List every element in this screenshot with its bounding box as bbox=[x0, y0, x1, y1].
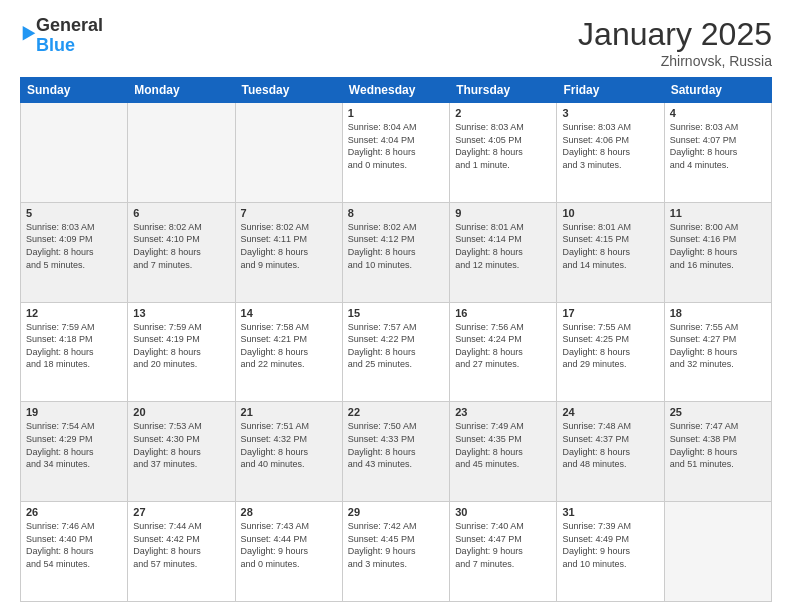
day-number: 8 bbox=[348, 207, 444, 219]
day-number: 1 bbox=[348, 107, 444, 119]
day-info: Sunrise: 8:00 AM Sunset: 4:16 PM Dayligh… bbox=[670, 221, 766, 271]
day-number: 16 bbox=[455, 307, 551, 319]
week-row-0: 1Sunrise: 8:04 AM Sunset: 4:04 PM Daylig… bbox=[21, 103, 772, 203]
table-cell: 23Sunrise: 7:49 AM Sunset: 4:35 PM Dayli… bbox=[450, 402, 557, 502]
day-info: Sunrise: 7:57 AM Sunset: 4:22 PM Dayligh… bbox=[348, 321, 444, 371]
day-info: Sunrise: 7:40 AM Sunset: 4:47 PM Dayligh… bbox=[455, 520, 551, 570]
week-row-3: 19Sunrise: 7:54 AM Sunset: 4:29 PM Dayli… bbox=[21, 402, 772, 502]
day-info: Sunrise: 8:02 AM Sunset: 4:12 PM Dayligh… bbox=[348, 221, 444, 271]
table-cell: 21Sunrise: 7:51 AM Sunset: 4:32 PM Dayli… bbox=[235, 402, 342, 502]
day-number: 25 bbox=[670, 406, 766, 418]
day-info: Sunrise: 8:03 AM Sunset: 4:07 PM Dayligh… bbox=[670, 121, 766, 171]
table-cell: 28Sunrise: 7:43 AM Sunset: 4:44 PM Dayli… bbox=[235, 502, 342, 602]
day-info: Sunrise: 8:03 AM Sunset: 4:05 PM Dayligh… bbox=[455, 121, 551, 171]
day-info: Sunrise: 7:55 AM Sunset: 4:27 PM Dayligh… bbox=[670, 321, 766, 371]
table-cell: 31Sunrise: 7:39 AM Sunset: 4:49 PM Dayli… bbox=[557, 502, 664, 602]
table-cell: 25Sunrise: 7:47 AM Sunset: 4:38 PM Dayli… bbox=[664, 402, 771, 502]
day-number: 31 bbox=[562, 506, 658, 518]
table-cell bbox=[664, 502, 771, 602]
day-number: 7 bbox=[241, 207, 337, 219]
col-wednesday: Wednesday bbox=[342, 78, 449, 103]
day-number: 11 bbox=[670, 207, 766, 219]
table-cell: 13Sunrise: 7:59 AM Sunset: 4:19 PM Dayli… bbox=[128, 302, 235, 402]
logo: General Blue bbox=[20, 16, 103, 56]
table-cell: 4Sunrise: 8:03 AM Sunset: 4:07 PM Daylig… bbox=[664, 103, 771, 203]
table-cell: 3Sunrise: 8:03 AM Sunset: 4:06 PM Daylig… bbox=[557, 103, 664, 203]
col-sunday: Sunday bbox=[21, 78, 128, 103]
table-cell: 12Sunrise: 7:59 AM Sunset: 4:18 PM Dayli… bbox=[21, 302, 128, 402]
table-cell: 19Sunrise: 7:54 AM Sunset: 4:29 PM Dayli… bbox=[21, 402, 128, 502]
day-info: Sunrise: 7:51 AM Sunset: 4:32 PM Dayligh… bbox=[241, 420, 337, 470]
table-cell: 6Sunrise: 8:02 AM Sunset: 4:10 PM Daylig… bbox=[128, 202, 235, 302]
day-number: 4 bbox=[670, 107, 766, 119]
table-cell: 7Sunrise: 8:02 AM Sunset: 4:11 PM Daylig… bbox=[235, 202, 342, 302]
day-number: 19 bbox=[26, 406, 122, 418]
day-number: 2 bbox=[455, 107, 551, 119]
week-row-1: 5Sunrise: 8:03 AM Sunset: 4:09 PM Daylig… bbox=[21, 202, 772, 302]
day-info: Sunrise: 8:03 AM Sunset: 4:09 PM Dayligh… bbox=[26, 221, 122, 271]
table-cell: 26Sunrise: 7:46 AM Sunset: 4:40 PM Dayli… bbox=[21, 502, 128, 602]
day-info: Sunrise: 7:50 AM Sunset: 4:33 PM Dayligh… bbox=[348, 420, 444, 470]
table-cell: 9Sunrise: 8:01 AM Sunset: 4:14 PM Daylig… bbox=[450, 202, 557, 302]
day-info: Sunrise: 8:04 AM Sunset: 4:04 PM Dayligh… bbox=[348, 121, 444, 171]
col-monday: Monday bbox=[128, 78, 235, 103]
table-cell: 18Sunrise: 7:55 AM Sunset: 4:27 PM Dayli… bbox=[664, 302, 771, 402]
title-section: January 2025 Zhirnovsk, Russia bbox=[578, 16, 772, 69]
day-number: 27 bbox=[133, 506, 229, 518]
col-friday: Friday bbox=[557, 78, 664, 103]
week-row-4: 26Sunrise: 7:46 AM Sunset: 4:40 PM Dayli… bbox=[21, 502, 772, 602]
table-cell: 5Sunrise: 8:03 AM Sunset: 4:09 PM Daylig… bbox=[21, 202, 128, 302]
day-number: 13 bbox=[133, 307, 229, 319]
day-info: Sunrise: 7:49 AM Sunset: 4:35 PM Dayligh… bbox=[455, 420, 551, 470]
table-cell bbox=[21, 103, 128, 203]
day-number: 29 bbox=[348, 506, 444, 518]
table-cell bbox=[128, 103, 235, 203]
table-cell: 16Sunrise: 7:56 AM Sunset: 4:24 PM Dayli… bbox=[450, 302, 557, 402]
table-cell: 15Sunrise: 7:57 AM Sunset: 4:22 PM Dayli… bbox=[342, 302, 449, 402]
col-saturday: Saturday bbox=[664, 78, 771, 103]
table-cell: 22Sunrise: 7:50 AM Sunset: 4:33 PM Dayli… bbox=[342, 402, 449, 502]
day-number: 10 bbox=[562, 207, 658, 219]
table-cell: 1Sunrise: 8:04 AM Sunset: 4:04 PM Daylig… bbox=[342, 103, 449, 203]
page: General Blue January 2025 Zhirnovsk, Rus… bbox=[0, 0, 792, 612]
day-number: 22 bbox=[348, 406, 444, 418]
logo-general-text: General bbox=[36, 16, 103, 36]
day-number: 20 bbox=[133, 406, 229, 418]
day-number: 18 bbox=[670, 307, 766, 319]
day-info: Sunrise: 7:44 AM Sunset: 4:42 PM Dayligh… bbox=[133, 520, 229, 570]
table-cell bbox=[235, 103, 342, 203]
day-info: Sunrise: 8:03 AM Sunset: 4:06 PM Dayligh… bbox=[562, 121, 658, 171]
table-cell: 30Sunrise: 7:40 AM Sunset: 4:47 PM Dayli… bbox=[450, 502, 557, 602]
day-info: Sunrise: 7:39 AM Sunset: 4:49 PM Dayligh… bbox=[562, 520, 658, 570]
logo-text: General Blue bbox=[36, 16, 103, 56]
calendar-table: Sunday Monday Tuesday Wednesday Thursday… bbox=[20, 77, 772, 602]
table-cell: 14Sunrise: 7:58 AM Sunset: 4:21 PM Dayli… bbox=[235, 302, 342, 402]
day-number: 12 bbox=[26, 307, 122, 319]
svg-marker-0 bbox=[23, 26, 36, 40]
table-cell: 29Sunrise: 7:42 AM Sunset: 4:45 PM Dayli… bbox=[342, 502, 449, 602]
day-number: 17 bbox=[562, 307, 658, 319]
day-number: 24 bbox=[562, 406, 658, 418]
day-info: Sunrise: 7:54 AM Sunset: 4:29 PM Dayligh… bbox=[26, 420, 122, 470]
header-row: Sunday Monday Tuesday Wednesday Thursday… bbox=[21, 78, 772, 103]
table-cell: 2Sunrise: 8:03 AM Sunset: 4:05 PM Daylig… bbox=[450, 103, 557, 203]
day-info: Sunrise: 7:59 AM Sunset: 4:18 PM Dayligh… bbox=[26, 321, 122, 371]
day-info: Sunrise: 8:01 AM Sunset: 4:15 PM Dayligh… bbox=[562, 221, 658, 271]
table-cell: 24Sunrise: 7:48 AM Sunset: 4:37 PM Dayli… bbox=[557, 402, 664, 502]
day-info: Sunrise: 8:01 AM Sunset: 4:14 PM Dayligh… bbox=[455, 221, 551, 271]
day-info: Sunrise: 7:47 AM Sunset: 4:38 PM Dayligh… bbox=[670, 420, 766, 470]
day-number: 5 bbox=[26, 207, 122, 219]
day-info: Sunrise: 7:56 AM Sunset: 4:24 PM Dayligh… bbox=[455, 321, 551, 371]
day-info: Sunrise: 7:42 AM Sunset: 4:45 PM Dayligh… bbox=[348, 520, 444, 570]
day-info: Sunrise: 7:48 AM Sunset: 4:37 PM Dayligh… bbox=[562, 420, 658, 470]
day-info: Sunrise: 7:46 AM Sunset: 4:40 PM Dayligh… bbox=[26, 520, 122, 570]
table-cell: 20Sunrise: 7:53 AM Sunset: 4:30 PM Dayli… bbox=[128, 402, 235, 502]
day-number: 6 bbox=[133, 207, 229, 219]
day-number: 14 bbox=[241, 307, 337, 319]
col-tuesday: Tuesday bbox=[235, 78, 342, 103]
day-number: 30 bbox=[455, 506, 551, 518]
col-thursday: Thursday bbox=[450, 78, 557, 103]
month-title: January 2025 bbox=[578, 16, 772, 53]
day-number: 28 bbox=[241, 506, 337, 518]
logo-blue-text: Blue bbox=[36, 36, 103, 56]
